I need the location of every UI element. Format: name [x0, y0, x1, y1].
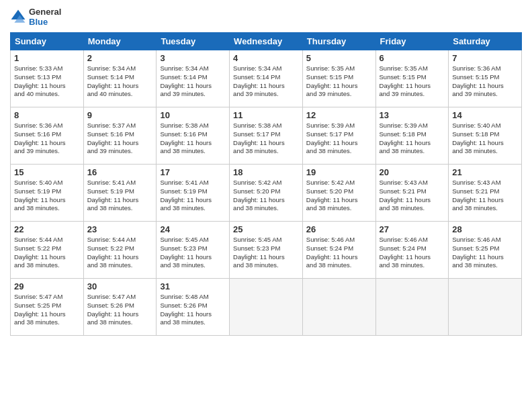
- header: General Blue: [10, 7, 522, 27]
- col-monday: Monday: [83, 33, 157, 50]
- day-number: 7: [452, 53, 518, 63]
- col-thursday: Thursday: [302, 33, 375, 50]
- table-row: 25Sunrise: 5:45 AM Sunset: 5:23 PM Dayli…: [230, 222, 303, 279]
- calendar-week-row: 29Sunrise: 5:47 AM Sunset: 5:25 PM Dayli…: [11, 279, 522, 336]
- day-info: Sunrise: 5:41 AM Sunset: 5:19 PM Dayligh…: [160, 179, 226, 213]
- logo: General Blue: [10, 7, 61, 27]
- table-row: 24Sunrise: 5:45 AM Sunset: 5:23 PM Dayli…: [157, 222, 230, 279]
- calendar-week-row: 22Sunrise: 5:44 AM Sunset: 5:22 PM Dayli…: [11, 222, 522, 279]
- table-row: 18Sunrise: 5:42 AM Sunset: 5:20 PM Dayli…: [230, 165, 303, 222]
- table-row: 17Sunrise: 5:41 AM Sunset: 5:19 PM Dayli…: [157, 165, 230, 222]
- table-row: 12Sunrise: 5:39 AM Sunset: 5:17 PM Dayli…: [302, 107, 375, 165]
- day-info: Sunrise: 5:35 AM Sunset: 5:15 PM Dayligh…: [306, 64, 372, 99]
- table-row: 11Sunrise: 5:38 AM Sunset: 5:17 PM Dayli…: [230, 107, 303, 165]
- day-info: Sunrise: 5:41 AM Sunset: 5:19 PM Dayligh…: [87, 179, 153, 213]
- day-number: 1: [14, 53, 80, 63]
- day-info: Sunrise: 5:39 AM Sunset: 5:17 PM Dayligh…: [306, 122, 372, 156]
- table-row: 23Sunrise: 5:44 AM Sunset: 5:22 PM Dayli…: [83, 222, 157, 279]
- table-row: 1Sunrise: 5:33 AM Sunset: 5:13 PM Daylig…: [11, 50, 84, 107]
- day-number: 16: [87, 167, 153, 177]
- day-info: Sunrise: 5:45 AM Sunset: 5:23 PM Dayligh…: [160, 236, 226, 270]
- day-number: 4: [233, 53, 299, 63]
- day-info: Sunrise: 5:36 AM Sunset: 5:16 PM Dayligh…: [14, 122, 80, 156]
- table-row: 27Sunrise: 5:46 AM Sunset: 5:24 PM Dayli…: [375, 222, 449, 279]
- calendar-table: Sunday Monday Tuesday Wednesday Thursday…: [10, 32, 522, 336]
- day-number: 22: [14, 224, 80, 234]
- day-info: Sunrise: 5:34 AM Sunset: 5:14 PM Dayligh…: [160, 64, 226, 99]
- table-row: 19Sunrise: 5:42 AM Sunset: 5:20 PM Dayli…: [302, 165, 375, 222]
- day-info: Sunrise: 5:46 AM Sunset: 5:24 PM Dayligh…: [380, 236, 445, 270]
- day-info: Sunrise: 5:34 AM Sunset: 5:14 PM Dayligh…: [87, 64, 153, 99]
- table-row: 26Sunrise: 5:46 AM Sunset: 5:24 PM Dayli…: [302, 222, 375, 279]
- day-info: Sunrise: 5:36 AM Sunset: 5:15 PM Dayligh…: [452, 64, 518, 99]
- col-saturday: Saturday: [449, 33, 522, 50]
- day-number: 14: [452, 110, 518, 120]
- day-number: 6: [380, 53, 445, 63]
- day-info: Sunrise: 5:43 AM Sunset: 5:21 PM Dayligh…: [452, 179, 518, 213]
- day-info: Sunrise: 5:47 AM Sunset: 5:26 PM Dayligh…: [87, 293, 153, 327]
- logo-text: General Blue: [29, 7, 61, 27]
- table-row: 28Sunrise: 5:46 AM Sunset: 5:25 PM Dayli…: [449, 222, 522, 279]
- day-info: Sunrise: 5:47 AM Sunset: 5:25 PM Dayligh…: [14, 293, 80, 327]
- table-row: 5Sunrise: 5:35 AM Sunset: 5:15 PM Daylig…: [302, 50, 375, 107]
- table-row: [302, 279, 375, 336]
- general-blue-logo-icon: [10, 9, 26, 25]
- table-row: 30Sunrise: 5:47 AM Sunset: 5:26 PM Dayli…: [83, 279, 157, 336]
- day-number: 9: [87, 110, 153, 120]
- day-number: 27: [380, 224, 445, 234]
- day-info: Sunrise: 5:42 AM Sunset: 5:20 PM Dayligh…: [233, 179, 299, 213]
- col-sunday: Sunday: [11, 33, 84, 50]
- day-number: 5: [306, 53, 372, 63]
- day-info: Sunrise: 5:44 AM Sunset: 5:22 PM Dayligh…: [87, 236, 153, 270]
- day-info: Sunrise: 5:33 AM Sunset: 5:13 PM Dayligh…: [14, 64, 80, 99]
- table-row: [375, 279, 449, 336]
- day-info: Sunrise: 5:45 AM Sunset: 5:23 PM Dayligh…: [233, 236, 299, 270]
- day-number: 13: [380, 110, 445, 120]
- day-info: Sunrise: 5:40 AM Sunset: 5:19 PM Dayligh…: [14, 179, 80, 213]
- table-row: 9Sunrise: 5:37 AM Sunset: 5:16 PM Daylig…: [83, 107, 157, 165]
- day-number: 28: [452, 224, 518, 234]
- calendar-week-row: 1Sunrise: 5:33 AM Sunset: 5:13 PM Daylig…: [11, 50, 522, 107]
- table-row: 13Sunrise: 5:39 AM Sunset: 5:18 PM Dayli…: [375, 107, 449, 165]
- day-number: 29: [14, 281, 80, 291]
- day-number: 17: [160, 167, 226, 177]
- col-friday: Friday: [375, 33, 449, 50]
- day-number: 23: [87, 224, 153, 234]
- table-row: 10Sunrise: 5:38 AM Sunset: 5:16 PM Dayli…: [157, 107, 230, 165]
- col-wednesday: Wednesday: [230, 33, 303, 50]
- table-row: 31Sunrise: 5:48 AM Sunset: 5:26 PM Dayli…: [157, 279, 230, 336]
- day-number: 18: [233, 167, 299, 177]
- table-row: 21Sunrise: 5:43 AM Sunset: 5:21 PM Dayli…: [449, 165, 522, 222]
- day-info: Sunrise: 5:42 AM Sunset: 5:20 PM Dayligh…: [306, 179, 372, 213]
- day-number: 20: [380, 167, 445, 177]
- calendar-week-row: 15Sunrise: 5:40 AM Sunset: 5:19 PM Dayli…: [11, 165, 522, 222]
- day-info: Sunrise: 5:40 AM Sunset: 5:18 PM Dayligh…: [452, 122, 518, 156]
- day-number: 25: [233, 224, 299, 234]
- calendar-header-row: Sunday Monday Tuesday Wednesday Thursday…: [11, 33, 522, 50]
- day-info: Sunrise: 5:48 AM Sunset: 5:26 PM Dayligh…: [160, 293, 226, 327]
- table-row: 6Sunrise: 5:35 AM Sunset: 5:15 PM Daylig…: [375, 50, 449, 107]
- page: General Blue Sunday Monday Tuesday Wedne…: [0, 0, 532, 411]
- table-row: 3Sunrise: 5:34 AM Sunset: 5:14 PM Daylig…: [157, 50, 230, 107]
- table-row: 20Sunrise: 5:43 AM Sunset: 5:21 PM Dayli…: [375, 165, 449, 222]
- day-number: 31: [160, 281, 226, 291]
- day-info: Sunrise: 5:35 AM Sunset: 5:15 PM Dayligh…: [380, 64, 445, 99]
- day-info: Sunrise: 5:38 AM Sunset: 5:16 PM Dayligh…: [160, 122, 226, 156]
- day-info: Sunrise: 5:37 AM Sunset: 5:16 PM Dayligh…: [87, 122, 153, 156]
- day-number: 24: [160, 224, 226, 234]
- table-row: [230, 279, 303, 336]
- day-info: Sunrise: 5:38 AM Sunset: 5:17 PM Dayligh…: [233, 122, 299, 156]
- day-number: 30: [87, 281, 153, 291]
- day-number: 12: [306, 110, 372, 120]
- day-number: 2: [87, 53, 153, 63]
- day-number: 8: [14, 110, 80, 120]
- day-info: Sunrise: 5:46 AM Sunset: 5:25 PM Dayligh…: [452, 236, 518, 270]
- day-info: Sunrise: 5:46 AM Sunset: 5:24 PM Dayligh…: [306, 236, 372, 270]
- calendar-week-row: 8Sunrise: 5:36 AM Sunset: 5:16 PM Daylig…: [11, 107, 522, 165]
- table-row: 16Sunrise: 5:41 AM Sunset: 5:19 PM Dayli…: [83, 165, 157, 222]
- table-row: 15Sunrise: 5:40 AM Sunset: 5:19 PM Dayli…: [11, 165, 84, 222]
- day-number: 26: [306, 224, 372, 234]
- table-row: 8Sunrise: 5:36 AM Sunset: 5:16 PM Daylig…: [11, 107, 84, 165]
- day-number: 10: [160, 110, 226, 120]
- table-row: 14Sunrise: 5:40 AM Sunset: 5:18 PM Dayli…: [449, 107, 522, 165]
